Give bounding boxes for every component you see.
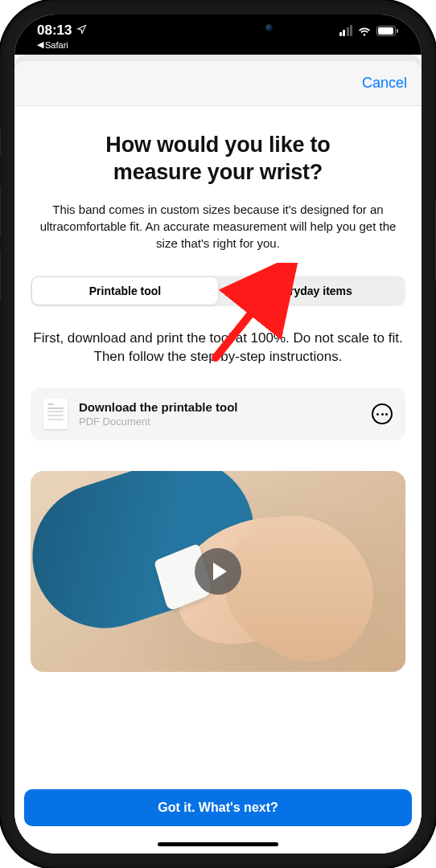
modal-sheet: Cancel How would you like to measure you…	[14, 61, 422, 854]
wifi-icon	[357, 26, 372, 36]
cta-bar: Got it. What's next?	[24, 789, 412, 826]
instruction-video[interactable]	[31, 471, 405, 672]
battery-icon	[376, 26, 399, 36]
notch	[130, 14, 306, 40]
page-title: How would you like to measure your wrist…	[35, 132, 401, 186]
phone-frame: 08:13 ◀ Safari	[0, 0, 436, 868]
document-icon	[43, 399, 68, 429]
segmented-control: Printable tool Everyday items	[31, 276, 405, 306]
title-line-1: How would you like to	[105, 133, 330, 157]
svg-rect-2	[397, 29, 398, 33]
cancel-button[interactable]: Cancel	[362, 75, 407, 92]
more-options-icon[interactable]	[372, 403, 393, 424]
front-camera	[265, 24, 273, 31]
instruction-text: First, download and print the tool at 10…	[31, 329, 405, 367]
download-subtitle: PDF Document	[79, 416, 360, 428]
download-card[interactable]: Download the printable tool PDF Document	[31, 387, 405, 440]
chevron-left-icon: ◀	[37, 39, 43, 50]
sheet-content: How would you like to measure your wrist…	[14, 106, 422, 854]
back-app-label: Safari	[45, 40, 68, 50]
screen: 08:13 ◀ Safari	[14, 14, 422, 854]
download-title: Download the printable tool	[79, 400, 360, 414]
page-subtitle: This band comes in custom sizes because …	[32, 201, 404, 252]
status-time: 08:13	[37, 23, 72, 39]
home-indicator[interactable]	[158, 842, 278, 846]
sheet-header: Cancel	[14, 61, 422, 106]
next-button[interactable]: Got it. What's next?	[24, 789, 412, 826]
title-line-2: measure your wrist?	[113, 160, 323, 184]
back-to-app[interactable]: ◀ Safari	[37, 39, 87, 50]
svg-rect-1	[378, 27, 393, 35]
cell-signal-icon	[339, 25, 353, 36]
segment-printable-tool[interactable]: Printable tool	[32, 277, 218, 305]
segment-everyday-items[interactable]: Everyday items	[218, 277, 404, 305]
play-icon	[195, 548, 241, 595]
location-icon	[76, 23, 87, 39]
